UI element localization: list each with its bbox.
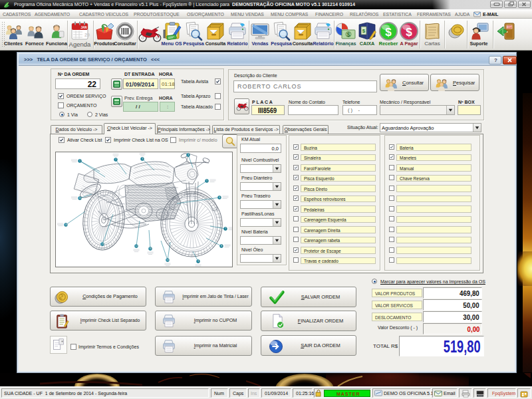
svg-text:6: 6 (219, 196, 220, 199)
svg-text:4: 4 (188, 154, 189, 156)
svg-text:9: 9 (198, 260, 199, 263)
svg-text:$: $ (362, 28, 366, 34)
svg-text:2: 2 (115, 158, 116, 161)
svg-text:1: 1 (79, 160, 80, 162)
svg-text:15: 15 (78, 197, 81, 200)
svg-text:11: 11 (149, 247, 152, 250)
svg-text:13: 13 (101, 243, 104, 245)
svg-text:$: $ (406, 26, 412, 39)
svg-text:JAN: JAN (80, 26, 86, 29)
svg-text:8: 8 (221, 245, 222, 247)
svg-text:12: 12 (135, 245, 138, 247)
svg-text:3: 3 (142, 158, 143, 160)
svg-text:EXIT: EXIT (507, 26, 511, 29)
svg-text:5: 5 (206, 180, 207, 182)
svg-text:10: 10 (166, 259, 169, 261)
svg-text:$: $ (346, 31, 350, 38)
svg-text:29: 29 (84, 33, 90, 37)
svg-text:7: 7 (225, 227, 226, 230)
svg-text:14: 14 (65, 223, 67, 226)
svg-text:$: $ (385, 26, 392, 39)
